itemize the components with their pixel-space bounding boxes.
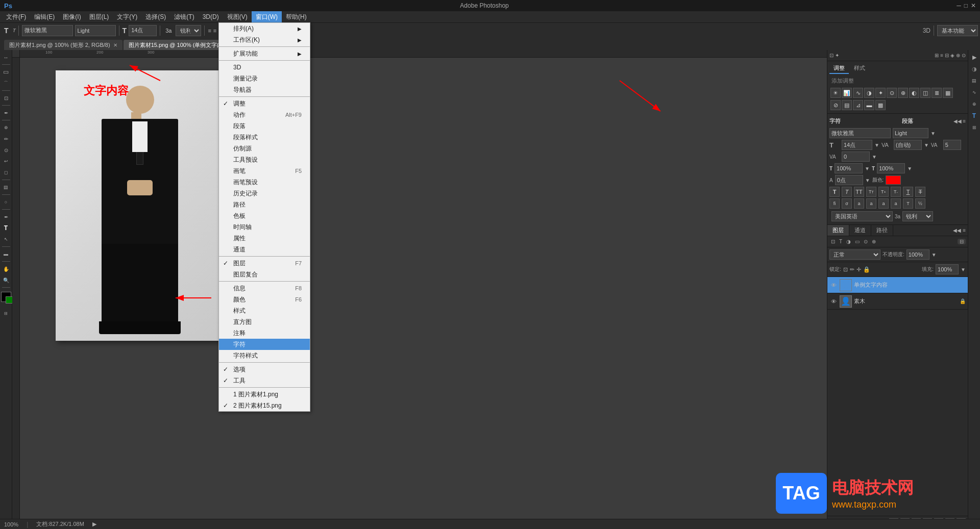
lock-transparent[interactable]: ⊡ xyxy=(843,266,848,273)
char-ord2[interactable]: a xyxy=(866,198,876,209)
lasso-tool[interactable]: ⌒ xyxy=(1,78,11,88)
adjust-gradient-map[interactable]: ▬ xyxy=(864,100,874,110)
eyedropper-tool[interactable]: ✒ xyxy=(1,108,11,118)
text-orientation-icon[interactable]: 𝘛 xyxy=(13,28,15,34)
menu-info[interactable]: 信息 F8 xyxy=(219,283,310,294)
layers-tab-layers[interactable]: 图层 xyxy=(827,225,849,236)
panel-icon-6[interactable]: ⊙ xyxy=(962,53,966,58)
layers-menu-btn[interactable]: ≡ xyxy=(963,228,966,233)
menu-3d-item[interactable]: 3D xyxy=(219,62,310,73)
history-brush-tool[interactable]: ↩ xyxy=(1,156,11,166)
adjust-invert[interactable]: ⊘ xyxy=(830,100,841,110)
adjust-levels[interactable]: 📊 xyxy=(842,88,852,98)
char-lang-select[interactable]: 美国英语 xyxy=(831,211,893,221)
adjust-threshold[interactable]: ⊿ xyxy=(853,100,863,110)
menu-select[interactable]: 选择(S) xyxy=(141,11,170,22)
style-bold[interactable]: T xyxy=(829,187,840,197)
menu-brush-presets[interactable]: 画笔预设 xyxy=(219,177,310,188)
layers-blend-select[interactable]: 正常 xyxy=(829,249,880,260)
adjust-hsl[interactable]: ⊙ xyxy=(887,88,897,98)
char-baseline-input[interactable] xyxy=(835,175,863,185)
pen-tool[interactable]: ✒ xyxy=(1,212,11,222)
char-baseline-arrow[interactable]: ▼ xyxy=(865,178,870,183)
font-style-input[interactable] xyxy=(75,25,116,36)
menu-tool-presets[interactable]: 工具预设 xyxy=(219,154,310,165)
menu-para-styles[interactable]: 段落样式 xyxy=(219,132,310,143)
menu-clone-source[interactable]: 仿制源 xyxy=(219,143,310,154)
char-hscale-input[interactable] xyxy=(835,163,863,173)
char-kerning-arrow[interactable]: ▼ xyxy=(872,154,877,160)
adjust-color-balance[interactable]: ⊕ xyxy=(898,88,908,98)
far-right-hsl[interactable]: ⊕ xyxy=(969,99,979,109)
layers-shape-filter[interactable]: ▭ xyxy=(853,239,861,244)
adjust-curves[interactable]: ∿ xyxy=(853,88,863,98)
menu-tools[interactable]: 工具 xyxy=(219,375,310,386)
char-vscale-input[interactable] xyxy=(877,163,905,173)
char-tracking-input[interactable] xyxy=(943,140,961,150)
char-ffi[interactable]: σ xyxy=(842,198,852,209)
menu-character[interactable]: 字符 xyxy=(219,339,310,350)
menu-history[interactable]: 历史记录 xyxy=(219,188,310,199)
panel-icon-5[interactable]: ⊕ xyxy=(956,53,960,58)
adjust-bw[interactable]: ◐ xyxy=(909,88,919,98)
far-right-levels[interactable]: ▤ xyxy=(969,75,979,86)
layer-eye-person[interactable]: 👁 xyxy=(829,297,838,306)
char-font-style[interactable] xyxy=(893,128,928,138)
adjust-selective-color[interactable]: ▩ xyxy=(875,100,886,110)
dodge-tool[interactable]: ○ xyxy=(1,197,11,207)
zoom-tool[interactable]: 🔍 xyxy=(1,275,11,285)
char-T-frac[interactable]: T xyxy=(903,198,913,209)
layers-collapse-btn[interactable]: ◀◀ xyxy=(953,228,961,233)
menu-adjustments[interactable]: 调整 xyxy=(219,98,310,109)
foreground-color[interactable] xyxy=(1,292,11,302)
menu-text[interactable]: 文字(Y) xyxy=(113,11,141,22)
menu-char-styles[interactable]: 字符样式 xyxy=(219,350,310,361)
rectangle-tool[interactable]: ▬ xyxy=(1,249,11,259)
menu-layer[interactable]: 图层(L) xyxy=(85,11,113,22)
antialiasing-select[interactable]: 锐利 xyxy=(176,25,201,36)
layers-opacity-arrow[interactable]: ▼ xyxy=(932,252,937,258)
layers-filter-toggle[interactable]: ⊟ xyxy=(958,239,966,244)
menu-options[interactable]: 选项 xyxy=(219,364,310,375)
font-name-input[interactable] xyxy=(22,25,73,36)
rectangle-select-tool[interactable]: ▭ xyxy=(1,67,11,77)
layers-opacity-input[interactable] xyxy=(906,249,929,260)
fill-arrow[interactable]: ▼ xyxy=(961,267,966,272)
menu-window[interactable]: 窗口(W) xyxy=(252,11,282,22)
menu-image[interactable]: 图像(I) xyxy=(59,11,85,22)
style-super[interactable]: T+ xyxy=(878,187,889,197)
adjust-posterize[interactable]: ▤ xyxy=(842,100,852,110)
background-color[interactable] xyxy=(6,296,13,304)
char-color-swatch[interactable] xyxy=(886,175,901,185)
layers-tab-paths[interactable]: 路径 xyxy=(871,225,893,236)
workspace-select[interactable]: 基本功能 xyxy=(937,25,978,36)
menu-file[interactable]: 文件(F) xyxy=(2,11,30,22)
adjust-brightness[interactable]: ☀ xyxy=(830,88,841,98)
menu-layer-comps[interactable]: 图层复合 xyxy=(219,269,310,280)
minimize-btn[interactable]: ─ xyxy=(957,2,961,9)
adjust-channel-mixer[interactable]: ≣ xyxy=(932,88,942,98)
panel-icon-4[interactable]: ◈ xyxy=(950,53,954,58)
char-panel-expand[interactable]: ◀◀ xyxy=(953,118,962,124)
char-ord4[interactable]: a xyxy=(891,198,901,209)
layers-smart-filter[interactable]: ⊙ xyxy=(862,239,869,244)
adjust-vibrance[interactable]: ✦ xyxy=(875,88,886,98)
menu-view[interactable]: 视图(V) xyxy=(223,11,252,22)
char-size-input[interactable] xyxy=(842,140,872,150)
layers-type-filter[interactable]: ⊡ xyxy=(829,239,837,244)
menu-para[interactable]: 段落 xyxy=(219,120,310,132)
menu-histogram[interactable]: 直方图 xyxy=(219,316,310,328)
color-mode-icon[interactable]: ⊟ xyxy=(4,311,8,316)
panel-icon-styles[interactable]: ✦ xyxy=(835,53,839,58)
char-leading-input[interactable] xyxy=(894,140,922,150)
layer-eye-text[interactable]: 👁 xyxy=(829,281,838,289)
layers-color-filter[interactable]: ⊕ xyxy=(870,239,877,244)
close-btn[interactable]: ✕ xyxy=(971,2,976,9)
adjust-photo-filter[interactable]: ◫ xyxy=(920,88,930,98)
adjust-tab-styles[interactable]: 样式 xyxy=(850,63,869,74)
style-smallcaps[interactable]: TT xyxy=(866,187,876,197)
menu-arrange[interactable]: 排列(A) ▶ xyxy=(219,23,310,34)
panel-icon-2[interactable]: ≡ xyxy=(940,53,943,58)
layer-item-text[interactable]: 👁 T 单例文字内容 xyxy=(827,277,968,293)
menu-styles[interactable]: 样式 xyxy=(219,305,310,316)
